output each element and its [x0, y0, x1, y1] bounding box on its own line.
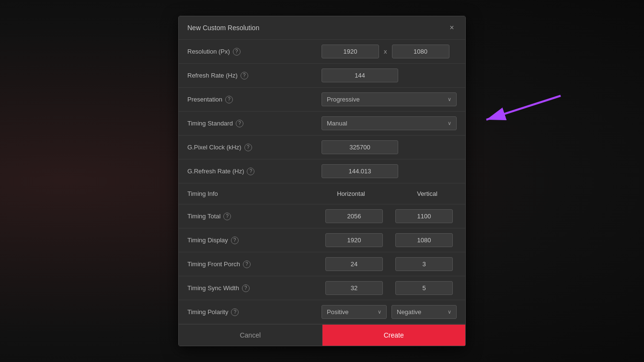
timing-sync-width-content: [313, 277, 465, 299]
dialog-header: New Custom Resolution ×: [179, 16, 465, 40]
dialog-footer: Cancel Create: [179, 324, 465, 346]
refresh-rate-row: Refresh Rate (Hz) ?: [179, 64, 465, 88]
resolution-separator: x: [384, 48, 387, 55]
timing-standard-dropdown-arrow: ∨: [448, 120, 451, 126]
timing-polarity-content: Positive ∨ Negative ∨: [313, 301, 465, 323]
timing-info-label: Timing Info: [179, 186, 313, 201]
polarity-h-dropdown-arrow: ∨: [378, 309, 381, 315]
timing-standard-select[interactable]: Manual ∨: [322, 116, 457, 130]
timing-standard-label: Timing Standard ?: [179, 114, 313, 133]
timing-standard-row: Timing Standard ? Manual ∨: [179, 112, 465, 136]
timing-front-porch-label: Timing Front Porch ?: [179, 255, 313, 274]
resolution-row: Resolution (Px) ? x: [179, 40, 465, 64]
timing-polarity-row: Timing Polarity ? Positive ∨ Negative ∨: [179, 300, 465, 324]
timing-sync-width-label: Timing Sync Width ?: [179, 279, 313, 298]
refresh-rate-input[interactable]: [322, 68, 398, 82]
timing-info-vertical-header: Vertical: [389, 186, 465, 201]
resolution-height-input[interactable]: [392, 45, 449, 58]
timing-display-label: Timing Display ?: [179, 231, 313, 250]
timing-total-help-icon[interactable]: ?: [223, 213, 231, 220]
gpixel-clock-content: [313, 136, 465, 158]
timing-front-porch-row: Timing Front Porch ?: [179, 252, 465, 276]
gpixel-clock-label: G.Pixel Clock (kHz) ?: [179, 138, 313, 157]
close-button[interactable]: ×: [447, 23, 457, 33]
timing-polarity-label: Timing Polarity ?: [179, 303, 313, 322]
timing-total-content: [313, 205, 465, 227]
gpixel-clock-input[interactable]: [322, 140, 398, 154]
new-custom-resolution-dialog: New Custom Resolution × Resolution (Px) …: [178, 16, 466, 346]
presentation-row: Presentation ? Progressive ∨: [179, 88, 465, 112]
presentation-help-icon[interactable]: ?: [225, 96, 233, 103]
resolution-width-input[interactable]: [322, 45, 379, 58]
refresh-rate-content: [313, 65, 465, 86]
polarity-v-dropdown-arrow: ∨: [448, 309, 451, 315]
timing-total-h-input[interactable]: [325, 209, 383, 223]
timing-standard-content: Manual ∨: [313, 113, 465, 134]
grefresh-rate-row: G.Refresh Rate (Hz) ?: [179, 159, 465, 183]
grefresh-rate-help-icon[interactable]: ?: [247, 168, 254, 175]
timing-sync-width-v-input[interactable]: [395, 281, 453, 295]
timing-info-horizontal-header: Horizontal: [313, 186, 389, 201]
timing-front-porch-content: [313, 253, 465, 275]
resolution-label: Resolution (Px) ?: [179, 42, 313, 61]
timing-total-row: Timing Total ?: [179, 204, 465, 228]
timing-display-help-icon[interactable]: ?: [231, 237, 239, 244]
refresh-rate-label: Refresh Rate (Hz) ?: [179, 66, 313, 85]
timing-polarity-h-select[interactable]: Positive ∨: [322, 305, 387, 319]
timing-display-v-input[interactable]: [395, 233, 453, 247]
timing-total-v-input[interactable]: [395, 209, 453, 223]
timing-front-porch-help-icon[interactable]: ?: [243, 260, 251, 268]
timing-polarity-v-select[interactable]: Negative ∨: [391, 305, 457, 319]
timing-info-header-row: Timing Info Horizontal Vertical: [179, 183, 465, 204]
timing-polarity-help-icon[interactable]: ?: [231, 308, 239, 316]
gpixel-clock-help-icon[interactable]: ?: [244, 144, 252, 151]
resolution-help-icon[interactable]: ?: [233, 48, 241, 56]
timing-sync-width-help-icon[interactable]: ?: [242, 284, 250, 292]
timing-standard-help-icon[interactable]: ?: [236, 120, 243, 127]
grefresh-rate-content: [313, 160, 465, 182]
refresh-rate-help-icon[interactable]: ?: [241, 72, 248, 79]
timing-sync-width-row: Timing Sync Width ?: [179, 276, 465, 300]
resolution-content: x: [313, 41, 465, 62]
presentation-select[interactable]: Progressive ∨: [322, 92, 457, 106]
grefresh-rate-label: G.Refresh Rate (Hz) ?: [179, 162, 313, 181]
dialog-title: New Custom Resolution: [187, 24, 259, 32]
presentation-content: Progressive ∨: [313, 89, 465, 110]
timing-total-label: Timing Total ?: [179, 207, 313, 226]
timing-display-h-input[interactable]: [325, 233, 383, 247]
timing-front-porch-h-input[interactable]: [325, 257, 383, 271]
presentation-label: Presentation ?: [179, 90, 313, 109]
timing-front-porch-v-input[interactable]: [395, 257, 453, 271]
grefresh-rate-input[interactable]: [322, 164, 398, 178]
gpixel-clock-row: G.Pixel Clock (kHz) ?: [179, 136, 465, 159]
cancel-button[interactable]: Cancel: [179, 325, 322, 346]
timing-display-row: Timing Display ?: [179, 228, 465, 252]
timing-display-content: [313, 229, 465, 251]
create-button[interactable]: Create: [322, 325, 466, 346]
presentation-dropdown-arrow: ∨: [448, 96, 451, 102]
timing-sync-width-h-input[interactable]: [325, 281, 383, 295]
